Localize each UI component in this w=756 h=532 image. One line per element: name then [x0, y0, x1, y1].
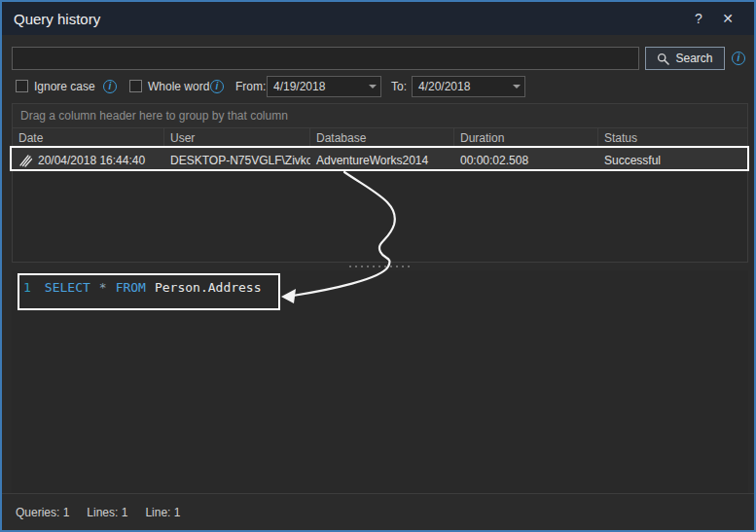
from-label: From:: [235, 80, 266, 93]
help-button[interactable]: ?: [684, 11, 713, 26]
titlebar: Query history ? ✕: [2, 2, 754, 35]
search-button[interactable]: Search: [645, 47, 725, 70]
from-date-value: 4/19/2018: [268, 80, 365, 93]
ignore-case-checkbox[interactable]: [16, 80, 28, 92]
column-header-duration[interactable]: Duration: [454, 128, 598, 148]
code-line: 1SELECT*FROMPerson.Address: [12, 270, 748, 295]
query-history-grid: Date User Database Duration Status 20/04…: [12, 128, 748, 263]
column-header-user[interactable]: User: [164, 128, 310, 148]
whole-word-checkbox[interactable]: [129, 80, 142, 92]
cell-status: Successful: [598, 149, 747, 171]
status-bar: Queries: 1 Lines: 1 Line: 1: [2, 493, 754, 530]
whole-word-label: Whole word: [148, 80, 209, 93]
status-lines: Lines: 1: [87, 506, 127, 519]
sql-keyword-select: SELECT: [45, 280, 90, 295]
query-row[interactable]: 20/04/2018 16:44:40 DESKTOP-N75VGLF\Zivk…: [13, 149, 747, 171]
chevron-down-icon: [365, 77, 380, 96]
splitter-handle[interactable]: [347, 265, 412, 268]
grid-empty-area: [13, 171, 747, 262]
sql-star-operator: *: [99, 280, 107, 295]
sql-preview-editor[interactable]: 1SELECT*FROMPerson.Address: [12, 270, 748, 494]
close-button[interactable]: ✕: [713, 11, 742, 26]
chevron-down-icon: [509, 77, 524, 96]
ignore-case-info-icon[interactable]: i: [103, 80, 117, 93]
ignore-case-label: Ignore case: [34, 80, 95, 93]
search-info-icon[interactable]: i: [732, 52, 745, 65]
query-pen-icon: [18, 154, 33, 167]
sql-identifier: Person.Address: [155, 280, 262, 295]
to-date-value: 4/20/2018: [413, 80, 509, 93]
cell-database: AdventureWorks2014: [310, 149, 454, 171]
group-by-panel[interactable]: Drag a column header here to group by th…: [12, 103, 748, 128]
group-by-hint: Drag a column header here to group by th…: [20, 109, 288, 123]
query-history-window: Query history ? ✕ Search i Ignore case i…: [0, 0, 756, 532]
column-header-database[interactable]: Database: [310, 128, 454, 148]
cell-user: DESKTOP-N75VGLF\Zivko: [164, 149, 310, 171]
status-queries: Queries: 1: [16, 506, 69, 519]
from-date-select[interactable]: 4/19/2018: [267, 76, 381, 97]
to-date-select[interactable]: 4/20/2018: [412, 76, 525, 97]
cell-duration: 00:00:02.508: [454, 149, 598, 171]
whole-word-info-icon[interactable]: i: [210, 80, 224, 93]
cell-date: 20/04/2018 16:44:40: [13, 149, 164, 171]
search-icon: [657, 53, 669, 65]
to-label: To:: [391, 80, 407, 93]
search-button-label: Search: [675, 52, 712, 65]
column-header-date[interactable]: Date: [13, 128, 164, 148]
cell-date-text: 20/04/2018 16:44:40: [38, 154, 145, 167]
status-line: Line: 1: [145, 506, 180, 519]
line-number: 1: [23, 280, 31, 295]
sql-keyword-from: FROM: [116, 280, 146, 295]
window-title: Query history: [14, 11, 100, 27]
grid-header: Date User Database Duration Status: [13, 128, 747, 149]
column-header-status[interactable]: Status: [598, 128, 747, 148]
search-input[interactable]: [12, 47, 639, 70]
